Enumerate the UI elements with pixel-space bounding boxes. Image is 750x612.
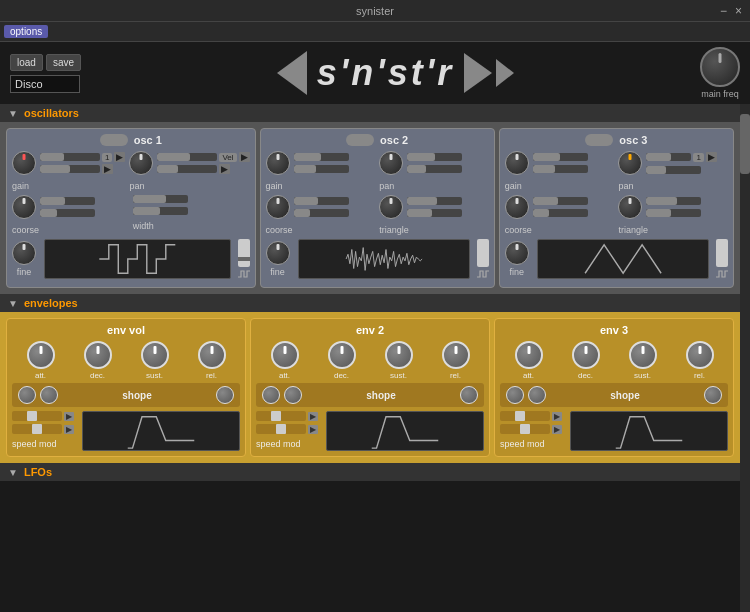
- osc3-num-badge[interactable]: 1: [693, 153, 703, 162]
- osc2-fine-knob[interactable]: [266, 241, 290, 265]
- osc1-coarse-knob[interactable]: [12, 195, 36, 219]
- env3-rel-knob[interactable]: [686, 341, 714, 369]
- osc2-v-slider[interactable]: [477, 239, 489, 267]
- env-vol-shape-knob1[interactable]: [18, 386, 36, 404]
- env2-shape-knob3[interactable]: [460, 386, 478, 404]
- env3-speed-arrow2[interactable]: ▶: [552, 425, 562, 434]
- osc3-gain-s2[interactable]: [533, 165, 588, 173]
- env-vol-att-label: att.: [35, 371, 46, 380]
- env2-speed-s2[interactable]: [256, 424, 306, 434]
- osc2-gain-s2[interactable]: [294, 165, 349, 173]
- osc1-vel-badge[interactable]: Vel: [219, 153, 236, 162]
- env2-speed-arrow2[interactable]: ▶: [308, 425, 318, 434]
- osc2-gain-knob[interactable]: [266, 151, 290, 175]
- env2-sust-knob[interactable]: [385, 341, 413, 369]
- options-menu[interactable]: options: [4, 25, 48, 38]
- scrollbar-thumb[interactable]: [740, 114, 750, 174]
- env-vol-shape-knob3[interactable]: [216, 386, 234, 404]
- main-freq-knob[interactable]: [700, 47, 740, 87]
- osc3-coarse-s2[interactable]: [533, 209, 588, 217]
- env3-shape-knob1[interactable]: [506, 386, 524, 404]
- osc3-num-arrow[interactable]: ▶: [706, 152, 717, 162]
- osc2-toggle[interactable]: [346, 134, 374, 146]
- osc3-triangle-label: triangle: [618, 225, 728, 235]
- env3-speed-arrow1[interactable]: ▶: [552, 412, 562, 421]
- osc3-gain-knob[interactable]: [505, 151, 529, 175]
- env3-dec-knob[interactable]: [572, 341, 600, 369]
- env3-shape-knob3[interactable]: [704, 386, 722, 404]
- osc2-pan-s1[interactable]: [407, 153, 462, 161]
- env3-speed-s1[interactable]: [500, 411, 550, 421]
- osc3-coarse-knob[interactable]: [505, 195, 529, 219]
- osc3-tri-s2[interactable]: [646, 209, 701, 217]
- preset-input[interactable]: [10, 75, 80, 93]
- env3-sust-knob[interactable]: [629, 341, 657, 369]
- osc1-pan-arrow[interactable]: ▶: [219, 164, 230, 174]
- osc2-coarse-s2[interactable]: [294, 209, 349, 217]
- osc1-pan-knob[interactable]: [129, 151, 153, 175]
- load-button[interactable]: load: [10, 54, 43, 71]
- env-vol-sust-knob[interactable]: [141, 341, 169, 369]
- osc1-gain-slider2[interactable]: [40, 165, 100, 173]
- env-vol-speed-arrow2[interactable]: ▶: [64, 425, 74, 434]
- osc1-gain-slider1[interactable]: [40, 153, 100, 161]
- env-vol-speed-s1[interactable]: [12, 411, 62, 421]
- osc3-coarse-s1[interactable]: [533, 197, 588, 205]
- osc2-tri-s1[interactable]: [407, 197, 462, 205]
- osc1-gain-arrow[interactable]: ▶: [102, 164, 113, 174]
- osc1-pan-slider2[interactable]: [157, 165, 217, 173]
- osc1-width-slider2[interactable]: [133, 207, 188, 215]
- osc3-triangle-knob[interactable]: [618, 195, 642, 219]
- osc1-pan-slider1[interactable]: [157, 153, 217, 161]
- osc1-coarse-slider1[interactable]: [40, 197, 95, 205]
- env2-att-knob[interactable]: [271, 341, 299, 369]
- osc3-fine-knob[interactable]: [505, 241, 529, 265]
- osc3-v-slider[interactable]: [716, 239, 728, 267]
- env-vol-att-knob[interactable]: [27, 341, 55, 369]
- save-button[interactable]: save: [46, 54, 81, 71]
- minimize-button[interactable]: −: [720, 4, 727, 18]
- env-collapse-arrow[interactable]: ▼: [8, 298, 18, 309]
- env-vol-rel-knob[interactable]: [198, 341, 226, 369]
- env3-att-knob[interactable]: [515, 341, 543, 369]
- env3-dec-label: dec.: [578, 371, 593, 380]
- osc3-toggle[interactable]: [585, 134, 613, 146]
- osc2-coarse-s1[interactable]: [294, 197, 349, 205]
- env2-dec-knob[interactable]: [328, 341, 356, 369]
- env-vol-speed-arrow1[interactable]: ▶: [64, 412, 74, 421]
- osc3-tri-s1[interactable]: [646, 197, 701, 205]
- osc1-num-arrow[interactable]: ▶: [114, 152, 125, 162]
- osc1-v-slider[interactable]: [238, 239, 250, 267]
- env-vol-shape-knob2[interactable]: [40, 386, 58, 404]
- osc3-pan-s2[interactable]: [646, 166, 701, 174]
- env-vol-dec-knob[interactable]: [84, 341, 112, 369]
- osc1-gain-knob[interactable]: [12, 151, 36, 175]
- osc1-width-slider1[interactable]: [133, 195, 188, 203]
- env2-shape-knob2[interactable]: [284, 386, 302, 404]
- env2-shape-knob1[interactable]: [262, 386, 280, 404]
- close-button[interactable]: ×: [735, 4, 742, 18]
- env3-shape-knob2[interactable]: [528, 386, 546, 404]
- env3-speed-s2[interactable]: [500, 424, 550, 434]
- env2-speed-s1[interactable]: [256, 411, 306, 421]
- osc2-gain-s1[interactable]: [294, 153, 349, 161]
- osc3-gain-s1[interactable]: [533, 153, 588, 161]
- osc1-coarse-slider2[interactable]: [40, 209, 95, 217]
- scrollbar[interactable]: [740, 104, 750, 612]
- osc2-pan-s2[interactable]: [407, 165, 462, 173]
- osc2-tri-s2[interactable]: [407, 209, 462, 217]
- env-vol-speed-s2[interactable]: [12, 424, 62, 434]
- osc3-pan-knob[interactable]: [618, 151, 642, 175]
- osc1-fine-knob[interactable]: [12, 241, 36, 265]
- osc2-coarse-knob[interactable]: [266, 195, 290, 219]
- osc-collapse-arrow[interactable]: ▼: [8, 108, 18, 119]
- env2-speed-arrow1[interactable]: ▶: [308, 412, 318, 421]
- lfo-collapse-arrow[interactable]: ▼: [8, 467, 18, 478]
- osc1-toggle[interactable]: [100, 134, 128, 146]
- osc3-pan-s1[interactable]: [646, 153, 691, 161]
- osc1-vel-arrow[interactable]: ▶: [239, 152, 250, 162]
- osc2-pan-knob[interactable]: [379, 151, 403, 175]
- env2-rel-knob[interactable]: [442, 341, 470, 369]
- osc1-num-badge[interactable]: 1: [102, 153, 112, 162]
- osc2-triangle-knob[interactable]: [379, 195, 403, 219]
